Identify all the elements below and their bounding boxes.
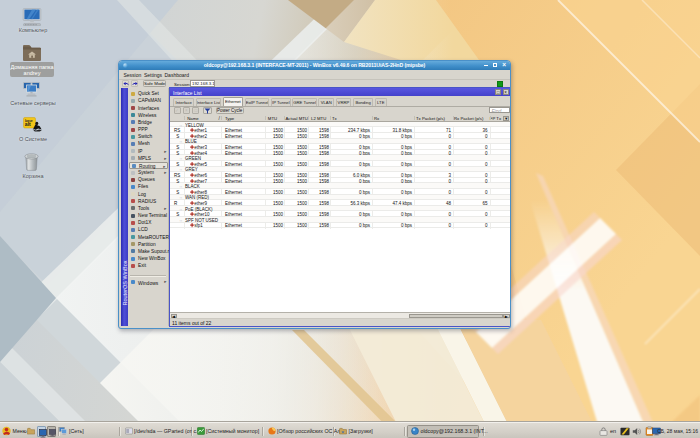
svg-text:alt: alt <box>25 121 31 127</box>
